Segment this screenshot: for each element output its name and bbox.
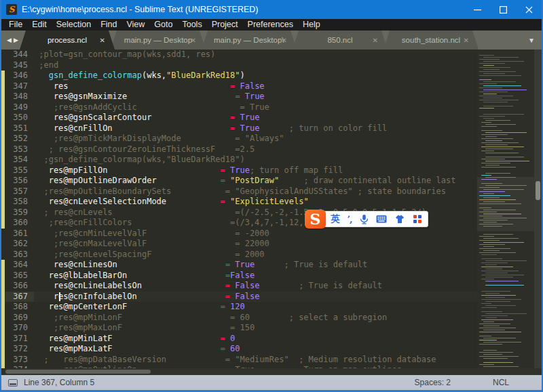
menu-item-find[interactable]: Find (96, 19, 121, 31)
tab-close-icon[interactable]: ✕ (373, 37, 378, 44)
menu-item-edit[interactable]: Edit (27, 19, 52, 31)
indent-setting-button[interactable]: Spaces: 2 (415, 378, 451, 387)
code-line[interactable]: 352 ;res@pmTickMarkDisplayMode = "Always… (1, 134, 477, 144)
line-number[interactable]: 361 (5, 229, 34, 239)
code-line[interactable]: 368 res@mpCenterLonF = 120 (1, 302, 477, 313)
line-number[interactable]: 349 (5, 102, 34, 113)
tab-main-py-desktop-wzy[interactable]: main.py — Desktop\wzy✕ (202, 31, 297, 50)
code-line[interactable]: 349 ;res@gsnAddCyclic = True (1, 102, 477, 113)
tab-close-icon[interactable]: ✕ (191, 37, 196, 44)
line-number[interactable]: 350 (5, 113, 34, 123)
tab-main-py-desktop[interactable]: main.py — Desktop✕ (111, 31, 206, 50)
menu-item-selection[interactable]: Selection (52, 19, 96, 31)
code-line[interactable]: 367 res@cnInfoLabelOn = False (1, 292, 477, 302)
menu-item-preferences[interactable]: Preferences (243, 19, 298, 31)
line-number[interactable]: 362 (5, 239, 34, 250)
line-number[interactable]: 345 (5, 60, 34, 71)
line-number[interactable]: 369 (5, 313, 34, 324)
line-number[interactable]: 347 (5, 81, 34, 92)
code-line[interactable]: 369 ;res@mpMinLonF = 60 ; select a subre… (1, 313, 477, 324)
code-line[interactable]: 347 res = False (1, 81, 477, 92)
ime-microphone-button[interactable] (360, 214, 369, 224)
tab-850-ncl[interactable]: 850.ncl✕ (293, 31, 388, 50)
line-number[interactable]: 364 (5, 260, 34, 271)
code-line[interactable]: 346 gsn_define_colormap(wks,"BlueDarkRed… (1, 71, 477, 81)
line-number[interactable]: 353 (5, 144, 34, 155)
tab-close-icon[interactable]: ✕ (100, 37, 105, 44)
code-line[interactable]: 353 ; res@gsnContourZeroLineThicknessF =… (1, 144, 477, 155)
code-line[interactable]: 366 res@cnLineLabelsOn = False ; True is… (1, 281, 477, 292)
menu-item-file[interactable]: File (4, 19, 27, 31)
code-editor[interactable]: 344 ;plot=gsn_contour_map(wks,sdd1, res)… (1, 50, 477, 368)
menu-item-view[interactable]: View (121, 19, 149, 31)
line-number[interactable]: 366 (5, 281, 34, 292)
tab-overflow-icon[interactable]: ▼ (528, 31, 535, 50)
minimap[interactable] (477, 50, 534, 368)
code-line[interactable]: 370 ;res@mpMaxLonF = 150 (1, 323, 477, 334)
code-line[interactable]: 355 res@mpFillOn = True; turn off map fi… (1, 165, 477, 176)
tab-process-ncl[interactable]: process.ncl✕ (20, 31, 115, 50)
code-line[interactable]: 373 ; res@mpDataBaseVersion = "MediumRes… (1, 355, 477, 366)
menu-item-help[interactable]: Help (298, 19, 325, 31)
code-line[interactable]: 365 res@lbLabelBarOn =False (1, 271, 477, 281)
line-number[interactable]: 354 (5, 155, 34, 165)
line-number[interactable]: 360 (5, 218, 34, 229)
code-line[interactable]: 363 ;res@cnLevelSpacingF = 2000 (1, 250, 477, 260)
code-line[interactable]: 354 ;gsn_define_colormap(wks,"BlueDarkRe… (1, 155, 477, 165)
syntax-selector-button[interactable]: NCL (493, 378, 509, 387)
code-line[interactable]: 361 ;res@cnMinLevelValF = -2000 (1, 229, 477, 239)
line-number[interactable]: 352 (5, 134, 34, 144)
layout-toggle-icon[interactable] (8, 379, 18, 387)
code-line[interactable]: 371 res@mpMinLatF = 0 (1, 334, 477, 345)
code-line[interactable]: 358 res@cnLevelSelectionMode = "Explicit… (1, 197, 477, 208)
line-number[interactable]: 370 (5, 323, 34, 334)
line-number[interactable]: 372 (5, 344, 34, 355)
ime-toolbox-button[interactable] (413, 214, 422, 224)
line-number[interactable]: 357 (5, 187, 34, 197)
line-number[interactable]: 344 (5, 50, 34, 60)
code-line[interactable]: 351 res@cnFillOn = True ; turn on color … (1, 123, 477, 134)
tab-scroll-buttons[interactable]: ◀▶ (1, 31, 24, 50)
line-number[interactable]: 373 (5, 355, 34, 366)
title-bar[interactable]: S E:\cygwin\home\process.ncl - Sublime T… (1, 0, 542, 19)
horizontal-scrollbar-thumb[interactable] (5, 370, 151, 374)
tab-close-icon[interactable]: ✕ (282, 37, 287, 44)
line-number[interactable]: 348 (5, 92, 34, 102)
tab-scroll-right-icon[interactable]: ▶ (14, 37, 18, 43)
line-number[interactable]: 365 (5, 271, 34, 281)
code-line[interactable]: 372 res@mpMaxLatF = 60 (1, 344, 477, 355)
horizontal-scrollbar[interactable] (1, 368, 542, 375)
ime-language-button[interactable]: 英 (331, 213, 340, 225)
code-line[interactable]: 362 ;res@cnMaxLevelValF = 22000 (1, 239, 477, 250)
line-number[interactable]: 346 (5, 71, 34, 81)
code-line[interactable]: 350 res@gsnScalarContour = True (1, 113, 477, 123)
code-line[interactable]: 344 ;plot=gsn_contour_map(wks,sdd1, res) (1, 50, 477, 60)
tab-scroll-left-icon[interactable]: ◀ (7, 37, 12, 43)
maximize-button[interactable] (490, 0, 516, 19)
line-number[interactable]: 363 (5, 250, 34, 260)
ime-keyboard-button[interactable] (376, 215, 387, 223)
line-number[interactable]: 359 (5, 208, 34, 218)
ime-skin-button[interactable] (394, 214, 405, 224)
menu-item-goto[interactable]: Goto (149, 19, 177, 31)
sogou-logo-icon[interactable]: S (305, 210, 326, 229)
tab-close-icon[interactable]: ✕ (464, 37, 469, 44)
vertical-scrollbar-thumb[interactable] (536, 181, 540, 200)
line-number[interactable]: 367 (5, 292, 34, 302)
code-line[interactable]: 364 res@cnLinesOn = True ; True is defau… (1, 260, 477, 271)
vertical-scrollbar[interactable] (534, 50, 542, 368)
code-line[interactable]: 348 res@gsnMaximize = True (1, 92, 477, 102)
ime-punctuation-button[interactable]: ’, (348, 214, 352, 224)
line-number[interactable]: 355 (5, 165, 34, 176)
close-button[interactable] (516, 0, 542, 19)
line-number[interactable]: 356 (5, 176, 34, 187)
code-line[interactable]: 356 res@mpOutlineDrawOrder = "PostDraw" … (1, 176, 477, 187)
line-number[interactable]: 358 (5, 197, 34, 208)
minimap-viewport[interactable] (477, 177, 534, 231)
tab-south-station-ncl[interactable]: south_station.ncl✕ (383, 31, 479, 50)
menu-item-project[interactable]: Project (207, 19, 243, 31)
line-number[interactable]: 368 (5, 302, 34, 313)
line-number[interactable]: 371 (5, 334, 34, 345)
menu-item-tools[interactable]: Tools (177, 19, 206, 31)
code-line[interactable]: 345 ;end (1, 60, 477, 71)
